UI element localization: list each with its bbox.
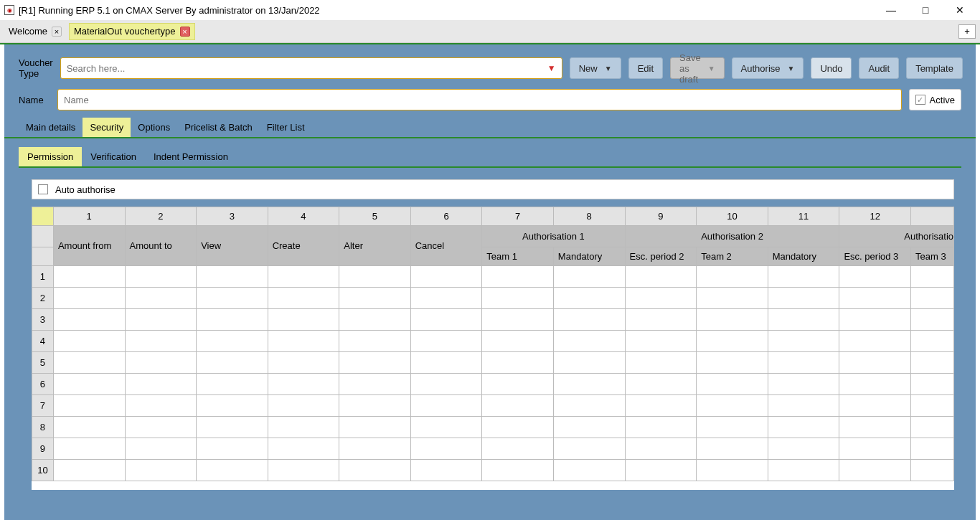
col-create[interactable]: Create (268, 226, 339, 266)
grid-cell[interactable] (482, 352, 554, 374)
col-group-auth2[interactable]: Authorisation 2 (625, 226, 839, 247)
grid-cell[interactable] (553, 395, 625, 417)
grid-cell[interactable] (553, 460, 625, 481)
grid-cell[interactable] (268, 352, 339, 374)
grid-cell[interactable] (482, 417, 554, 438)
col-amount-to[interactable]: Amount to (125, 226, 197, 266)
grid-cell[interactable] (410, 288, 482, 309)
table-row[interactable]: 4 (32, 331, 954, 352)
table-row[interactable]: 6 (32, 374, 954, 395)
grid-cell[interactable] (268, 331, 339, 352)
grid-cell[interactable] (625, 266, 697, 288)
grid-cell[interactable] (268, 417, 339, 438)
row-number[interactable]: 8 (32, 417, 54, 438)
grid-cell[interactable] (768, 331, 839, 352)
grid-cell[interactable] (482, 438, 554, 460)
grid-cell[interactable] (410, 395, 482, 417)
grid-cell[interactable] (339, 331, 411, 352)
add-tab-button[interactable]: + (958, 24, 976, 39)
col-num[interactable]: 6 (410, 207, 482, 226)
tab-main-details[interactable]: Main details (19, 118, 83, 137)
col-cancel[interactable]: Cancel (410, 226, 482, 266)
grid-cell[interactable] (410, 374, 482, 395)
template-button[interactable]: Template (906, 57, 963, 79)
grid-cell[interactable] (839, 309, 911, 331)
grid-cell[interactable] (482, 395, 554, 417)
grid-cell[interactable] (197, 395, 268, 417)
edit-button[interactable]: Edit (628, 57, 663, 79)
grid-cell[interactable] (268, 266, 339, 288)
col-team2[interactable]: Team 2 (697, 247, 768, 266)
grid-cell[interactable] (911, 352, 954, 374)
grid-cell[interactable] (625, 331, 697, 352)
grid-cell[interactable] (197, 438, 268, 460)
grid-cell[interactable] (125, 438, 197, 460)
grid-cell[interactable] (911, 417, 954, 438)
grid-cell[interactable] (553, 309, 625, 331)
grid-cell[interactable] (839, 417, 911, 438)
grid-cell[interactable] (482, 309, 554, 331)
grid-cell[interactable] (482, 331, 554, 352)
grid-cell[interactable] (53, 309, 125, 331)
table-row[interactable]: 2 (32, 288, 954, 309)
col-esc2[interactable]: Esc. period 2 (625, 247, 697, 266)
grid-cell[interactable] (697, 395, 768, 417)
grid-cell[interactable] (268, 438, 339, 460)
minimize-button[interactable]: — (882, 1, 900, 19)
col-num[interactable] (911, 207, 954, 226)
grid-cell[interactable] (768, 266, 839, 288)
grid-cell[interactable] (339, 395, 411, 417)
grid-cell[interactable] (339, 460, 411, 481)
grid-cell[interactable] (53, 266, 125, 288)
grid-cell[interactable] (697, 374, 768, 395)
tab-materialout[interactable]: MaterialOut vouchertype × (69, 23, 195, 40)
grid-cell[interactable] (482, 374, 554, 395)
col-team3[interactable]: Team 3 (911, 247, 954, 266)
checkbox-icon[interactable] (38, 184, 48, 194)
table-row[interactable]: 8 (32, 417, 954, 438)
grid-cell[interactable] (625, 417, 697, 438)
grid-cell[interactable] (911, 374, 954, 395)
grid-cell[interactable] (697, 460, 768, 481)
grid-cell[interactable] (53, 417, 125, 438)
col-num[interactable]: 7 (482, 207, 554, 226)
grid-cell[interactable] (697, 331, 768, 352)
grid-cell[interactable] (553, 331, 625, 352)
grid-cell[interactable] (697, 309, 768, 331)
col-mandatory2[interactable]: Mandatory (768, 247, 839, 266)
row-number[interactable]: 1 (32, 266, 54, 288)
grid-cell[interactable] (911, 266, 954, 288)
grid-cell[interactable] (768, 460, 839, 481)
col-num[interactable]: 4 (268, 207, 339, 226)
tab-pricelist-batch[interactable]: Pricelist & Batch (177, 118, 260, 137)
grid-cell[interactable] (553, 266, 625, 288)
grid-cell[interactable] (125, 266, 197, 288)
tab-permission[interactable]: Permission (19, 147, 82, 166)
grid-cell[interactable] (625, 288, 697, 309)
grid-cell[interactable] (768, 438, 839, 460)
table-row[interactable]: 9 (32, 438, 954, 460)
col-alter[interactable]: Alter (339, 226, 411, 266)
grid-cell[interactable] (268, 288, 339, 309)
row-number[interactable]: 4 (32, 331, 54, 352)
col-view[interactable]: View (197, 226, 268, 266)
grid-cell[interactable] (197, 266, 268, 288)
col-esc3[interactable]: Esc. period 3 (839, 247, 911, 266)
new-button[interactable]: New▼ (570, 57, 621, 79)
tab-security[interactable]: Security (83, 118, 131, 137)
grid-cell[interactable] (911, 331, 954, 352)
grid-cell[interactable] (410, 331, 482, 352)
grid-cell[interactable] (125, 352, 197, 374)
table-row[interactable]: 7 (32, 395, 954, 417)
grid-cell[interactable] (410, 417, 482, 438)
grid-cell[interactable] (768, 309, 839, 331)
tab-welcome[interactable]: Welcome × (4, 23, 66, 40)
grid-cell[interactable] (339, 352, 411, 374)
grid-cell[interactable] (410, 460, 482, 481)
grid-cell[interactable] (410, 438, 482, 460)
permission-grid[interactable]: 1 2 3 4 5 6 7 8 9 10 11 12 Amount from (32, 207, 954, 481)
grid-cell[interactable] (839, 288, 911, 309)
grid-cell[interactable] (482, 460, 554, 481)
grid-cell[interactable] (625, 395, 697, 417)
search-input[interactable] (67, 63, 547, 74)
